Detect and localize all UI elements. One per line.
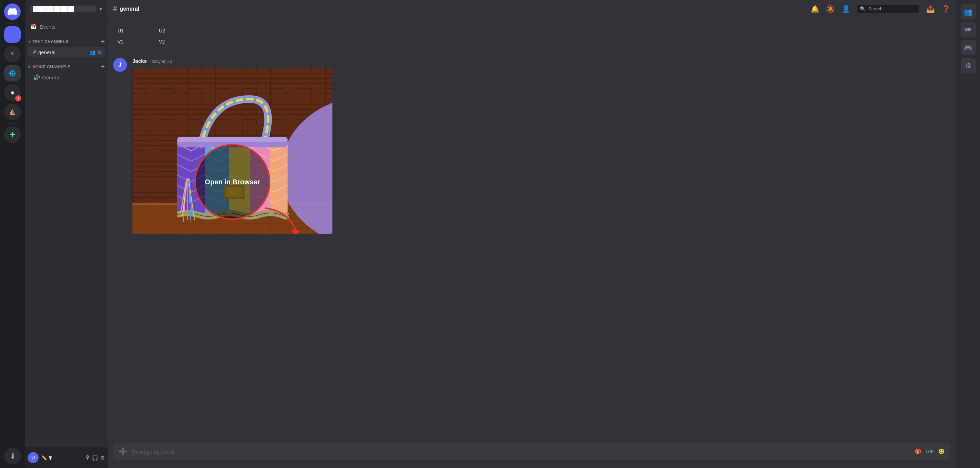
server-name: ████████████ [30,6,97,13]
user-name: ✏️ 🎙 [41,455,82,460]
add-text-channel-button[interactable]: + [101,38,105,45]
members-list-icon[interactable]: 👥 [961,4,976,19]
add-member-icon[interactable]: 👤 [842,5,850,13]
voice-channels-label: VOICE CHANNELS [32,64,71,69]
voice-channels-category[interactable]: ▼ VOICE CHANNELS + [25,58,108,72]
channel-header-name: # general [113,5,139,13]
download-apps-button[interactable]: ⬇ [4,448,21,465]
search-bar[interactable]: 🔍 Search [857,5,919,13]
server-divider-2 [7,123,18,123]
arrow-annotation-svg [262,204,304,234]
gif-icon[interactable]: GIF [926,448,934,455]
gif-button[interactable]: GIF [961,22,976,37]
server-header[interactable]: ████████████ ▾ [25,0,108,18]
cell-u1: U1 [113,25,155,36]
more-options-button[interactable]: ⚙ [961,58,976,73]
message-input-area: ➕ Message #general 🎁 GIF 😊 [108,443,956,468]
user-settings-icon[interactable]: 👥 [90,50,95,55]
channel-item-general[interactable]: # general 👥 ⚙ [28,47,105,57]
inbox-icon[interactable]: 📥 [926,5,935,13]
message-time: Today at 5:2 [150,59,172,64]
channel-name-general: general [38,50,56,55]
events-item[interactable]: 📅 Events [25,21,108,32]
messages-area[interactable]: U1 U2 V1 V2 J Jacks Today at 5:2 [108,18,956,443]
channel-title: general [120,6,139,12]
svg-rect-16 [270,144,288,213]
text-channels-category[interactable]: ▼ TEXT CHANNELS + [25,32,108,46]
suppress-notifications-icon[interactable]: 🔔 [811,5,819,13]
svg-rect-30 [177,137,288,142]
emoji-icon[interactable]: 😊 [938,448,945,455]
header-icons: 🔔 🔕 👤 🔍 Search 📥 ❓ [811,5,950,13]
user-controls: 🎙 🎧 ⚙ [85,455,105,461]
input-icons: 🎁 GIF 😊 [915,448,945,455]
help-icon[interactable]: ❓ [942,5,950,13]
deafen-icon[interactable]: 🎧 [92,455,99,461]
message-image: Open in Browser [132,68,332,234]
user-panel: U ✏️ 🎙 🎙 🎧 ⚙ [25,447,108,468]
user-avatar: U [28,452,39,463]
channel-name-general-voice: General [42,75,60,80]
search-placeholder: Search [868,6,882,11]
svg-marker-31 [291,230,300,234]
notification-badge: 7 [15,95,21,101]
channel-settings-icon[interactable]: ⚙ [98,50,102,55]
discord-home-button[interactable] [4,3,21,20]
activity-icon: 🎮 [964,43,972,52]
gift-icon[interactable]: 🎁 [915,448,921,455]
server-divider [7,23,18,24]
more-icon: ⚙ [965,61,971,70]
add-voice-channel-button[interactable]: + [101,63,105,70]
message-avatar: J [113,58,127,72]
bell-icon[interactable]: 🔕 [826,5,835,13]
main-content: # general 🔔 🔕 👤 🔍 Search 📥 ❓ U1 U2 V1 V2 [108,0,956,468]
channel-hash-icon: # [113,5,117,13]
channel-item-general-voice[interactable]: 🔊 General [28,72,105,83]
server-icon-2[interactable]: S [4,46,21,62]
calendar-icon: 📅 [30,24,37,30]
open-in-browser-text: Open in Browser [205,178,260,186]
message-header: Jacks Today at 5:2 [132,58,950,64]
add-server-button[interactable]: + [4,126,21,143]
message-input-placeholder[interactable]: Message #general [131,449,911,455]
svg-rect-21 [186,179,190,181]
speaker-icon: 🔊 [33,74,40,81]
message-item: J Jacks Today at 5:2 [113,58,950,235]
hash-icon: # [33,49,36,55]
cell-v1: V1 [113,36,155,47]
server-icon-5[interactable]: ⛵ [4,104,21,120]
activity-button[interactable]: 🎮 [961,40,976,55]
user-info: ✏️ 🎙 [41,455,82,460]
message-input[interactable]: ➕ Message #general 🎁 GIF 😊 [113,443,950,460]
user-settings-gear-icon[interactable]: ⚙ [100,455,105,461]
events-label: Events [40,24,56,30]
right-sidebar: 👥 GIF 🎮 ⚙ [956,0,980,468]
voice-category-arrow-icon: ▼ [28,65,31,69]
channel-sidebar: ████████████ ▾ 📅 Events ▼ TEXT CHANNELS … [25,0,108,468]
message-image-wrapper: Open in Browser [132,68,332,234]
channel-list: 📅 Events ▼ TEXT CHANNELS + # general 👥 ⚙… [25,18,108,447]
cell-u2: U2 [155,25,196,36]
spreadsheet-table: U1 U2 V1 V2 [113,25,199,47]
mute-icon[interactable]: 🎙 [85,455,90,461]
add-attachment-icon[interactable]: ➕ [119,447,127,455]
message-author: Jacks [132,58,147,64]
table-area: U1 U2 V1 V2 [113,25,950,53]
server-icon-3[interactable]: 🌐 [4,65,21,81]
text-channels-label: TEXT CHANNELS [32,39,68,44]
cell-v2: V2 [155,36,196,47]
open-in-browser-container: Open in Browser [194,144,270,220]
server-icon-1[interactable] [4,26,21,43]
members-icon: 👥 [964,8,972,16]
message-content: Jacks Today at 5:2 [132,58,950,235]
open-in-browser-circle: Open in Browser [194,144,270,220]
channel-header: # general 🔔 🔕 👤 🔍 Search 📥 ❓ [108,0,956,18]
search-icon: 🔍 [860,6,865,11]
server-sidebar: S 🌐 ◉ 7 ⛵ + ⬇ [0,0,25,468]
category-arrow-icon: ▼ [28,40,31,43]
gif-sidebar-icon: GIF [965,27,972,32]
